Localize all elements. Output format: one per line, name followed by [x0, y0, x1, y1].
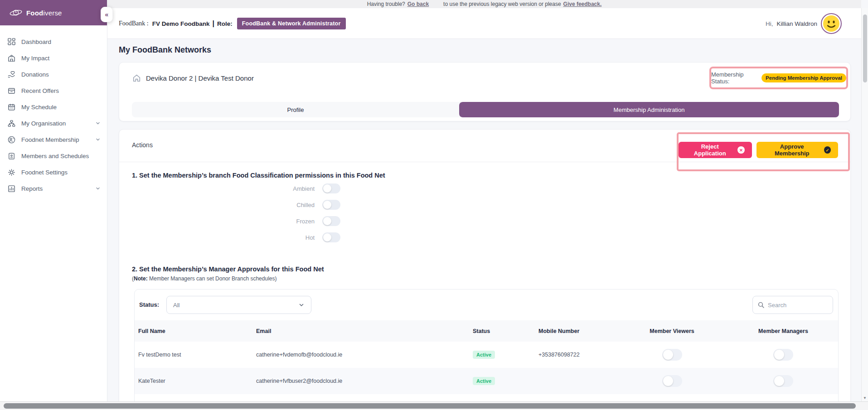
sidebar-item-label: Foodnet Settings [21, 169, 101, 176]
sidebar: Foodiverse Dashboard My Impact Donations… [0, 0, 107, 410]
sidebar-header: Foodiverse [0, 0, 107, 25]
food-classification-toggles: Ambient Chilled Frozen Hot [132, 180, 340, 246]
approve-membership-button[interactable]: Approve Membership ✓ [756, 142, 838, 158]
section2-note: (Note: Member Managers can set Donor Bra… [132, 275, 276, 282]
toggle-row-ambient: Ambient [132, 180, 340, 197]
dashboard-icon [7, 38, 16, 46]
home-icon [132, 73, 141, 83]
breadcrumb: FoodBank : FV Demo Foodbank | Role: Food… [119, 8, 346, 39]
membership-person-icon [7, 135, 16, 144]
toggle-label: Ambient [132, 185, 315, 192]
section1-heading: 1. Set the Membership’s branch Food Clas… [132, 172, 385, 179]
tab-profile[interactable]: Profile [132, 102, 459, 117]
membership-admin-card: Actions Reject Application ✕ Approve Mem… [119, 129, 851, 410]
toggle-label: Frozen [132, 218, 315, 225]
section2-heading: 2. Set the Membership’s Manager Approval… [132, 265, 324, 273]
cell-mobile: +353876098722 [535, 352, 616, 358]
sidebar-item-my-organisation[interactable]: My Organisation [0, 115, 107, 131]
greeting-text: Hi, [766, 20, 773, 27]
column-header-member-managers: Member Managers [727, 328, 839, 334]
calendar-icon [7, 103, 16, 111]
member-manager-toggle[interactable] [773, 349, 793, 361]
sidebar-item-dashboard[interactable]: Dashboard [0, 34, 107, 50]
cell-full-name: Fv testDemo test [135, 352, 252, 358]
sidebar-item-label: My Schedule [21, 104, 101, 111]
banner-text: to use the previous legacy web version o… [443, 1, 561, 7]
toggle-label: Hot [132, 234, 315, 241]
chilled-toggle[interactable] [322, 200, 340, 210]
sidebar-collapse-button[interactable]: « [101, 7, 113, 22]
membership-status-label: Membership Status: [711, 71, 758, 85]
membership-status-annotation-box: Membership Status: Pending Membership Ap… [709, 67, 848, 89]
logo-text: Foodiverse [26, 9, 62, 17]
horizontal-scrollbar-thumb[interactable] [4, 403, 856, 409]
cell-email: catherine+fvfbuser2@foodcloud.ie [252, 378, 469, 384]
network-name: Devika Donor 2 | Devika Test Donor [146, 74, 254, 82]
sidebar-item-foodnet-settings[interactable]: Foodnet Settings [0, 164, 107, 180]
tab-membership-administration[interactable]: Membership Administration [459, 102, 839, 117]
sidebar-item-label: Members and Schedules [21, 153, 101, 159]
membership-status-badge: Pending Membership Approval [761, 73, 846, 82]
toggle-row-hot: Hot [132, 229, 340, 246]
user-area: Hi, Killian Waldron [766, 8, 842, 39]
cell-full-name: KateTester [135, 378, 252, 384]
sidebar-item-recent-offers[interactable]: Recent Offers [0, 82, 107, 99]
vertical-scrollbar-thumb[interactable] [863, 14, 867, 82]
sidebar-item-my-impact[interactable]: My Impact [0, 50, 107, 66]
member-manager-toggle[interactable] [773, 375, 793, 387]
sidebar-item-foodnet-membership[interactable]: Foodnet Membership [0, 131, 107, 148]
chevron-down-icon [95, 186, 101, 191]
give-feedback-link[interactable]: Give feedback. [563, 1, 602, 7]
banner-text: Having trouble? [367, 1, 405, 7]
role-label: Role: [217, 20, 233, 27]
column-header-email: Email [252, 328, 469, 334]
toggle-label: Chilled [132, 202, 315, 208]
sidebar-item-reports[interactable]: Reports [0, 180, 107, 197]
member-viewer-toggle[interactable] [662, 375, 682, 387]
network-card: Devika Donor 2 | Devika Test Donor Membe… [119, 62, 851, 121]
sidebar-item-label: My Impact [21, 55, 101, 62]
sidebar-item-label: Foodnet Membership [21, 136, 95, 143]
reject-x-icon: ✕ [737, 146, 744, 154]
members-table-panel: Status: All Full Name Email Status Mobil… [134, 289, 839, 410]
sidebar-item-members-and-schedules[interactable]: Members and Schedules [0, 148, 107, 164]
sidebar-item-label: Reports [21, 185, 95, 192]
member-viewer-toggle[interactable] [662, 349, 682, 361]
table-row: Fv testDemo test catherine+fvdemofb@food… [135, 342, 838, 368]
horizontal-scrollbar [0, 401, 868, 410]
search-icon [757, 301, 765, 309]
column-header-member-viewers: Member Viewers [616, 328, 727, 334]
sidebar-item-label: Recent Offers [21, 87, 101, 94]
ambient-toggle[interactable] [322, 183, 340, 193]
scroll-down-arrow-icon[interactable]: ▼ [863, 396, 867, 400]
frozen-toggle[interactable] [322, 216, 340, 226]
sidebar-menu: Dashboard My Impact Donations Recent Off… [0, 25, 107, 197]
donation-hand-heart-icon [7, 70, 16, 79]
toggle-row-frozen: Frozen [132, 213, 340, 229]
status-badge: Active [473, 377, 495, 385]
impact-home-icon [7, 54, 16, 63]
avatar[interactable] [821, 13, 842, 34]
table-filter-row: Status: All [135, 289, 838, 320]
sidebar-item-label: Dashboard [21, 39, 101, 45]
hot-toggle[interactable] [322, 232, 340, 242]
sidebar-item-donations[interactable]: Donations [0, 66, 107, 82]
chevron-down-icon [298, 302, 305, 308]
smiley-avatar-icon [823, 15, 840, 32]
sidebar-item-label: Donations [21, 71, 101, 78]
reject-application-button[interactable]: Reject Application ✕ [679, 142, 752, 158]
status-filter-dropdown[interactable]: All [166, 296, 311, 314]
table-row: KateTester catherine+fvfbuser2@foodcloud… [135, 368, 838, 394]
column-header-mobile-number: Mobile Number [535, 328, 616, 334]
sidebar-item-my-schedule[interactable]: My Schedule [0, 99, 107, 115]
offers-box-icon [7, 87, 16, 95]
vertical-scrollbar: ▼ [861, 8, 868, 401]
go-back-link[interactable]: Go back [407, 1, 429, 7]
table-header-row: Full Name Email Status Mobile Number Mem… [135, 320, 838, 342]
organisation-sitemap-icon [7, 119, 16, 128]
toggle-row-chilled: Chilled [132, 197, 340, 213]
status-filter-label: Status: [139, 301, 159, 308]
gear-icon [7, 168, 16, 177]
search-input[interactable] [768, 302, 822, 309]
reports-chart-icon [7, 184, 16, 193]
